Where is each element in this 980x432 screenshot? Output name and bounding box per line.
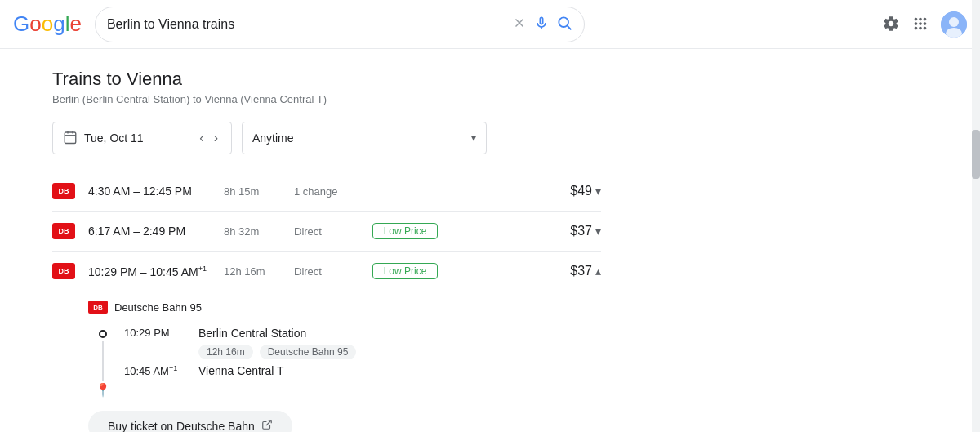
date-nav: ‹ › xyxy=(196,127,221,149)
arrival-dot: 📍 xyxy=(95,382,111,398)
subtitle: Berlin (Berlin Central Station) to Vienn… xyxy=(52,93,601,105)
expand-icon: ▾ xyxy=(595,185,601,198)
results-list: DB 4:30 AM – 12:45 PM 8h 15m 1 change $4… xyxy=(52,171,601,432)
low-price-badge: Low Price xyxy=(372,223,438,239)
expand-icon: ▾ xyxy=(595,225,601,238)
mic-icon[interactable] xyxy=(533,15,550,33)
train-info-header: DB Deutsche Bahn 95 xyxy=(88,301,601,314)
header-right xyxy=(882,11,967,38)
time-range: 6:17 AM – 2:49 PM xyxy=(88,225,211,238)
page-title: Trains to Vienna xyxy=(52,69,601,90)
main-content: Trains to Vienna Berlin (Berlin Central … xyxy=(0,49,653,432)
svg-point-2 xyxy=(559,17,568,27)
arrival-time-sup: +1 xyxy=(169,364,177,372)
train-logo: DB xyxy=(52,223,75,239)
stops: 1 change xyxy=(294,185,359,198)
train-logo: DB xyxy=(52,263,75,279)
arrival-time: 10:45 AM+1 xyxy=(124,364,185,377)
search-bar xyxy=(95,7,585,42)
svg-line-11 xyxy=(266,421,271,425)
chevron-down-icon: ▾ xyxy=(471,132,476,144)
next-date-button[interactable]: › xyxy=(211,127,221,149)
buy-ticket-label: Buy ticket on Deutsche Bahn xyxy=(108,420,255,433)
duration: 12h 16m xyxy=(224,265,281,278)
train-logo-small: DB xyxy=(88,301,108,314)
buy-ticket-button[interactable]: Buy ticket on Deutsche Bahn xyxy=(88,411,292,432)
svg-point-5 xyxy=(949,17,959,27)
timeline-line xyxy=(102,341,104,381)
departure-station: Berlin Central Station xyxy=(198,327,306,340)
table-row[interactable]: DB 6:17 AM – 2:49 PM 8h 32m Direct Low P… xyxy=(52,212,601,252)
duration: 8h 32m xyxy=(224,225,281,238)
journey-timeline: 📍 10:29 PM Berlin Central Station 12h 16… xyxy=(88,327,601,398)
filters: Tue, Oct 11 ‹ › Anytime ▾ xyxy=(52,122,601,154)
departure-dot xyxy=(99,330,107,338)
stops: Direct xyxy=(294,225,359,238)
journey-meta: 12h 16m Deutsche Bahn 95 xyxy=(198,345,601,359)
arrival-station: Vienna Central T xyxy=(198,364,284,377)
settings-icon[interactable] xyxy=(882,15,902,34)
svg-rect-7 xyxy=(65,132,76,144)
prev-date-button[interactable]: ‹ xyxy=(196,127,207,149)
apps-icon[interactable] xyxy=(911,15,931,34)
table-row[interactable]: DB 10:29 PM – 10:45 AM+1 12h 16m Direct … xyxy=(52,252,601,291)
price: $49 ▾ xyxy=(570,184,601,198)
price: $37 ▾ xyxy=(570,224,601,238)
expand-icon: ▴ xyxy=(595,265,601,278)
train-logo: DB xyxy=(52,183,75,199)
train-name: Deutsche Bahn 95 xyxy=(114,301,202,314)
table-row[interactable]: DB 4:30 AM – 12:45 PM 8h 15m 1 change $4… xyxy=(52,171,601,212)
google-logo[interactable]: Google xyxy=(13,11,82,37)
stops: Direct xyxy=(294,265,359,278)
scrollbar-thumb xyxy=(972,130,980,179)
time-range: 4:30 AM – 12:45 PM xyxy=(88,185,211,198)
search-input[interactable] xyxy=(107,17,506,32)
time-filter-label: Anytime xyxy=(252,131,465,145)
scrollbar[interactable] xyxy=(972,0,980,432)
svg-line-3 xyxy=(568,26,572,30)
calendar-icon xyxy=(63,130,78,147)
search-icon[interactable] xyxy=(556,15,572,33)
low-price-badge: Low Price xyxy=(372,263,438,279)
date-filter[interactable]: Tue, Oct 11 ‹ › xyxy=(52,122,232,154)
duration: 8h 15m xyxy=(224,185,281,198)
operator-chip: Deutsche Bahn 95 xyxy=(260,345,357,359)
time-range: 10:29 PM – 10:45 AM+1 xyxy=(88,265,211,278)
clear-icon[interactable] xyxy=(512,16,527,33)
duration-chip: 12h 16m xyxy=(198,345,253,359)
departure-time: 10:29 PM xyxy=(124,327,185,339)
expanded-detail: DB Deutsche Bahn 95 📍 10:29 PM Berlin Ce… xyxy=(52,291,601,432)
external-link-icon xyxy=(261,419,273,432)
stops-detail: 10:29 PM Berlin Central Station 12h 16m … xyxy=(124,327,601,398)
time-filter[interactable]: Anytime ▾ xyxy=(242,122,487,154)
avatar[interactable] xyxy=(941,11,967,38)
price: $37 ▴ xyxy=(570,264,601,278)
date-label: Tue, Oct 11 xyxy=(84,131,144,145)
time-sup: +1 xyxy=(198,265,207,273)
header: Google xyxy=(0,0,980,49)
